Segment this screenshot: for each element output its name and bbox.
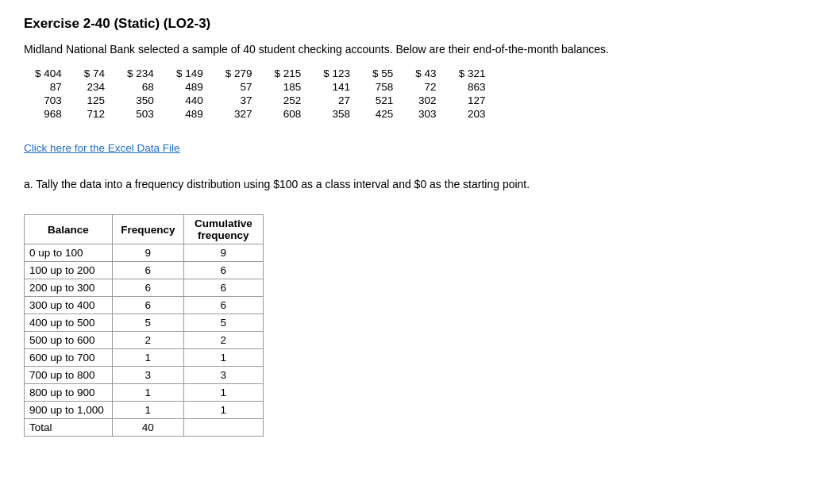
frequency-cell: 2: [112, 332, 183, 349]
cumulative-cell: 1: [183, 349, 263, 367]
data-cell: 608: [263, 107, 312, 121]
table-row: 500 up to 60022: [25, 332, 264, 349]
data-cell: 358: [312, 107, 361, 121]
balance-cell: 100 up to 200: [25, 262, 113, 279]
data-cell: $ 43: [404, 67, 447, 80]
table-row: 600 up to 70011: [25, 349, 264, 367]
data-cell: 303: [404, 107, 447, 121]
description: Midland National Bank selected a sample …: [24, 43, 789, 56]
balance-data-table: $ 404$ 74$ 234$ 149$ 279$ 215$ 123$ 55$ …: [24, 67, 496, 121]
data-cell: 712: [73, 107, 116, 121]
data-cell: $ 321: [448, 67, 497, 80]
data-cell: 203: [448, 107, 497, 121]
frequency-cell: 5: [112, 314, 183, 332]
table-row: 200 up to 30066: [25, 279, 264, 297]
balance-cell: 500 up to 600: [25, 332, 113, 349]
table-row: 400 up to 50055: [25, 314, 264, 332]
balance-cell: 0 up to 100: [25, 244, 113, 262]
data-cell: 425: [361, 107, 404, 121]
data-cell: 125: [73, 94, 116, 107]
cumulative-cell: 6: [183, 262, 263, 279]
data-cell: $ 234: [116, 67, 165, 80]
frequency-cell: 6: [112, 262, 183, 279]
cumulative-cell: [183, 419, 263, 437]
data-cell: $ 215: [263, 67, 312, 80]
table-row: 100 up to 20066: [25, 262, 264, 279]
data-cell: 703: [24, 94, 73, 107]
cumulative-cell: 5: [183, 314, 263, 332]
page-title: Exercise 2-40 (Static) (LO2-3): [24, 16, 789, 32]
data-cell: 37: [214, 94, 264, 107]
table-row: 0 up to 10099: [25, 244, 264, 262]
data-cell: 440: [165, 94, 214, 107]
cumulative-cell: 2: [183, 332, 263, 349]
table-row: 300 up to 40066: [25, 297, 264, 314]
data-cell: 141: [312, 80, 361, 94]
header-frequency: Frequency: [112, 215, 183, 244]
data-cell: 27: [312, 94, 361, 107]
data-cell: $ 55: [361, 67, 404, 80]
balance-cell: Total: [25, 419, 113, 437]
cumulative-cell: 1: [183, 402, 263, 419]
cumulative-cell: 1: [183, 384, 263, 402]
data-cell: 68: [116, 80, 165, 94]
data-cell: 758: [361, 80, 404, 94]
data-cell: 863: [448, 80, 497, 94]
frequency-cell: 1: [112, 384, 183, 402]
header-cumulative: Cumulativefrequency: [183, 215, 263, 244]
balance-cell: 400 up to 500: [25, 314, 113, 332]
data-cell: 185: [263, 80, 312, 94]
data-cell: 521: [361, 94, 404, 107]
data-cell: 302: [404, 94, 447, 107]
data-cell: 127: [448, 94, 497, 107]
header-balance: Balance: [25, 215, 113, 244]
frequency-cell: 1: [112, 349, 183, 367]
frequency-cell: 40: [112, 419, 183, 437]
frequency-cell: 1: [112, 402, 183, 419]
frequency-cell: 6: [112, 279, 183, 297]
data-cell: 234: [73, 80, 116, 94]
data-cell: 327: [214, 107, 264, 121]
data-cell: 968: [24, 107, 73, 121]
data-cell: 87: [24, 80, 73, 94]
table-row: Total40: [25, 419, 264, 437]
question-a: a. Tally the data into a frequency distr…: [24, 178, 789, 190]
cumulative-cell: 9: [183, 244, 263, 262]
balance-cell: 300 up to 400: [25, 297, 113, 314]
data-cell: 72: [404, 80, 447, 94]
data-cell: $ 279: [214, 67, 264, 80]
data-cell: $ 123: [312, 67, 361, 80]
frequency-cell: 9: [112, 244, 183, 262]
table-row: 800 up to 90011: [25, 384, 264, 402]
table-row: 700 up to 80033: [25, 367, 264, 384]
balance-cell: 700 up to 800: [25, 367, 113, 384]
balance-cell: 800 up to 900: [25, 384, 113, 402]
data-cell: 503: [116, 107, 165, 121]
data-cell: 350: [116, 94, 165, 107]
data-cell: $ 404: [24, 67, 73, 80]
balance-cell: 600 up to 700: [25, 349, 113, 367]
data-cell: 57: [214, 80, 264, 94]
data-cell: $ 149: [165, 67, 214, 80]
cumulative-cell: 6: [183, 279, 263, 297]
cumulative-cell: 6: [183, 297, 263, 314]
data-cell: 489: [165, 107, 214, 121]
excel-link[interactable]: Click here for the Excel Data File: [24, 142, 180, 154]
balance-cell: 900 up to 1,000: [25, 402, 113, 419]
data-cell: 252: [263, 94, 312, 107]
balance-cell: 200 up to 300: [25, 279, 113, 297]
data-cell: $ 74: [73, 67, 116, 80]
data-cell: 489: [165, 80, 214, 94]
table-row: 900 up to 1,00011: [25, 402, 264, 419]
frequency-distribution-table: Balance Frequency Cumulativefrequency 0 …: [24, 214, 264, 437]
frequency-cell: 3: [112, 367, 183, 384]
frequency-cell: 6: [112, 297, 183, 314]
cumulative-cell: 3: [183, 367, 263, 384]
